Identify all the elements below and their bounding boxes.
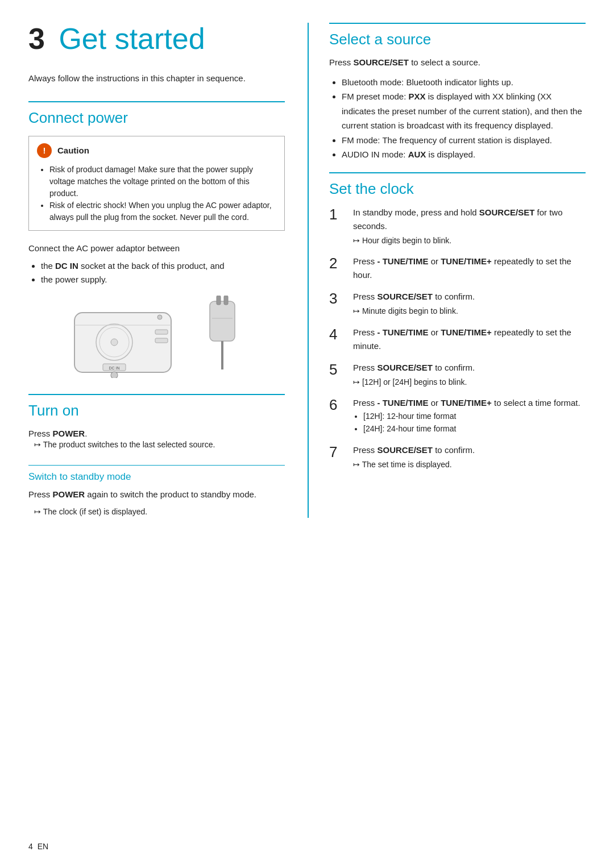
clock-step-2: 2 Press - TUNE/TIME or TUNE/TIME+ repeat… [329,255,586,282]
chapter-title: Get started [59,22,205,55]
svg-point-7 [111,372,118,378]
svg-point-10 [157,315,162,319]
caution-icon: ! [37,143,52,158]
turn-on-press: Press POWER. [28,429,285,438]
step-6-sublist: [12H]: 12-hour time format [24H]: 24-hou… [363,410,586,435]
connect-bullets: the DC IN socket at the back of this pro… [41,259,285,286]
switch-standby-heading: Switch to standby mode [28,465,285,483]
step-result-7: ↦ The set time is displayed. [353,458,586,471]
caution-box: ! Caution Risk of product damage! Make s… [28,136,285,231]
source-item-fm-preset: FM preset mode: PXX is displayed with XX… [342,89,586,133]
caution-header: ! Caution [37,143,276,158]
svg-rect-13 [217,296,221,305]
turn-on-press-bold: POWER [53,429,85,438]
switch-standby-text: Press POWER again to switch the product … [28,488,285,501]
left-column: 3 Get started Always follow the instruct… [28,23,285,518]
clock-step-6: 6 Press - TUNE/TIME or TUNE/TIME+ to sel… [329,396,586,435]
step-result-1: ↦ Hour digits begin to blink. [353,234,586,247]
step-6-sub-2: [24H]: 24-hour time format [363,422,586,435]
step-result-5: ↦ [12H] or [24H] begins to blink. [353,376,586,388]
select-source-divider [329,23,586,24]
clock-step-1: 1 In standby mode, press and hold SOURCE… [329,206,586,247]
caution-item-1: Risk of product damage! Make sure that t… [49,164,276,200]
svg-point-3 [111,339,118,346]
clock-step-3: 3 Press SOURCE/SET to confirm. ↦ Minute … [329,290,586,317]
speaker-svg: DC IN [69,296,188,378]
step-number-6: 6 [329,396,345,414]
step-6-sub-1: [12H]: 12-hour time format [363,410,586,422]
turn-on-section: Press POWER. ↦ The product switches to t… [28,429,285,451]
switch-standby-result: ↦ The clock (if set) is displayed. [34,505,285,518]
source-item-audio-in: AUDIO IN mode: AUX is displayed. [342,147,586,162]
caution-title: Caution [57,146,89,155]
turn-on-press-label: Press [28,429,53,438]
right-column: Select a source Press SOURCE/SET to sele… [308,23,586,518]
set-clock-divider [329,172,586,173]
clock-step-4: 4 Press - TUNE/TIME or TUNE/TIME+ repeat… [329,326,586,353]
step-content-2: Press - TUNE/TIME or TUNE/TIME+ repeated… [353,255,586,282]
caution-list: Risk of product damage! Make sure that t… [49,164,276,223]
connect-text: Connect the AC power adaptor between [28,242,285,255]
connect-power-heading: Connect power [28,101,285,127]
step-content-1: In standby mode, press and hold SOURCE/S… [353,206,586,247]
select-source-list: Bluetooth mode: Bluetooth indicator ligh… [342,75,586,162]
step-content-3: Press SOURCE/SET to confirm. ↦ Minute di… [353,290,586,317]
step-number-7: 7 [329,443,345,461]
select-source-intro: Press SOURCE/SET to select a source. [329,56,586,69]
step-number-4: 4 [329,326,345,343]
svg-text:DC IN: DC IN [109,366,119,370]
page-number: 4 [28,842,33,851]
page-footer: 4 EN [28,842,48,851]
set-clock-heading: Set the clock [329,180,586,198]
chapter-intro: Always follow the instructions in this c… [28,72,285,85]
chapter-number: 3 [28,22,45,55]
chapter-heading: 3 Get started [28,23,285,55]
clock-steps: 1 In standby mode, press and hold SOURCE… [329,206,586,471]
lang-label: EN [38,842,48,851]
source-item-fm: FM mode: The frequency of current statio… [342,133,586,148]
connect-bullet-2: the power supply. [41,273,285,286]
step-number-2: 2 [329,255,345,272]
clock-step-7: 7 Press SOURCE/SET to confirm. ↦ The set… [329,443,586,471]
device-illustration: DC IN [28,296,285,378]
step-content-4: Press - TUNE/TIME or TUNE/TIME+ repeated… [353,326,586,353]
svg-rect-11 [210,301,235,341]
caution-item-2: Risk of electric shock! When you unplug … [49,200,276,223]
step-content-6: Press - TUNE/TIME or TUNE/TIME+ to selec… [353,396,586,435]
select-source-heading: Select a source [329,31,586,48]
adaptor-svg [200,296,245,378]
svg-rect-9 [155,338,168,343]
svg-rect-14 [224,296,228,305]
step-content-5: Press SOURCE/SET to confirm. ↦ [12H] or … [353,361,586,388]
turn-on-result: ↦ The product switches to the last selec… [34,438,285,451]
step-result-3: ↦ Minute digits begin to blink. [353,305,586,317]
step-number-5: 5 [329,361,345,379]
svg-rect-8 [155,330,168,334]
turn-on-heading: Turn on [28,394,285,420]
connect-bullet-1: the DC IN socket at the back of this pro… [41,259,285,273]
step-number-1: 1 [329,206,345,223]
source-item-bluetooth: Bluetooth mode: Bluetooth indicator ligh… [342,75,586,90]
step-content-7: Press SOURCE/SET to confirm. ↦ The set t… [353,443,586,471]
step-number-3: 3 [329,290,345,308]
clock-step-5: 5 Press SOURCE/SET to confirm. ↦ [12H] o… [329,361,586,388]
